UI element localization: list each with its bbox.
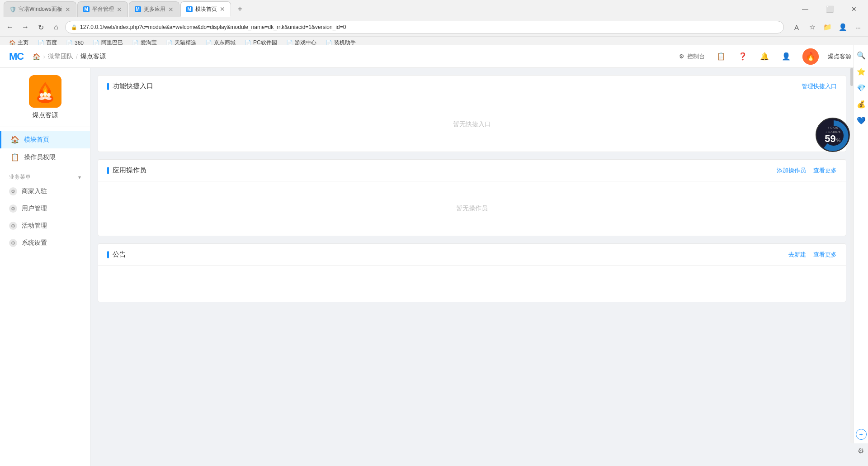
header-help-icon[interactable]: ❓ (736, 49, 750, 64)
scroll-thumb[interactable] (850, 68, 853, 86)
avatar[interactable]: 🔥 (802, 48, 819, 65)
network-percent-value: 59 (825, 134, 835, 144)
moreapps-favicon: M (135, 6, 141, 13)
sidebar-item-module-home-label: 模块首页 (24, 136, 49, 144)
breadcrumb-home-icon[interactable]: 🏠 (33, 53, 40, 60)
announcement-body (98, 266, 846, 302)
sidebar-item-system-label: 系统设置 (22, 239, 47, 247)
new-tab-button[interactable]: + (234, 3, 246, 15)
avatar-flame-icon: 🔥 (802, 48, 819, 65)
control-icon: ⚙ (679, 53, 684, 60)
window-controls: — ⬜ ✕ (795, 2, 864, 16)
operators-title: 应用操作员 (107, 166, 146, 175)
right-wallet-icon[interactable]: 💰 (855, 98, 868, 110)
tab-moreapps[interactable]: M 更多应用 ✕ (129, 1, 179, 17)
sidebar-submenu: ⚙ 商家入驻 ⚙ 用户管理 ⚙ 活动管理 ⚙ 系统设置 (0, 183, 90, 252)
network-widget: ↑ 0K/s ↓ 17.8K/s 59 % (816, 118, 852, 154)
more-icon[interactable]: ··· (852, 21, 864, 33)
favorites-icon[interactable]: ☆ (806, 21, 818, 33)
maximize-button[interactable]: ⬜ (819, 2, 840, 16)
announcement-more-link[interactable]: 查看更多 (813, 251, 837, 259)
sidebar-item-system-settings[interactable]: ⚙ 系统设置 (0, 234, 90, 252)
add-operator-link[interactable]: 添加操作员 (777, 166, 806, 175)
right-add-button[interactable]: + (856, 429, 867, 440)
network-percent-sign: % (836, 138, 841, 143)
forward-button[interactable]: → (19, 21, 32, 33)
toolbar-right-icons: A ☆ 📁 👤 ··· (790, 21, 864, 33)
announcement-actions: 去新建 查看更多 (788, 251, 837, 259)
tab-platform[interactable]: M 平台管理 ✕ (77, 1, 128, 17)
right-blue-icon[interactable]: 💙 (855, 114, 868, 127)
sidebar-logo-area: 爆点客源 (0, 68, 90, 127)
sidebar: 爆点客源 🏠 模块首页 📋 操作员权限 业务菜单 ▾ ⚙ 商家入 (0, 68, 90, 466)
sidebar-item-operator-permission[interactable]: 📋 操作员权限 (0, 148, 90, 166)
tab-moreapps-label: 更多应用 (144, 5, 165, 13)
control-panel-button[interactable]: ⚙ 控制台 (679, 52, 705, 61)
quick-access-section: 功能快捷入口 管理快捷入口 暂无快捷入口 (98, 75, 846, 152)
title-bar-accent-3 (107, 251, 109, 258)
create-announcement-link[interactable]: 去新建 (788, 251, 806, 259)
operators-more-link[interactable]: 查看更多 (813, 166, 837, 175)
sidebar-item-user-mgmt[interactable]: ⚙ 用户管理 (0, 200, 90, 217)
operators-actions: 添加操作员 查看更多 (777, 166, 837, 175)
header-user-icon[interactable]: 👤 (779, 49, 793, 64)
doc-icon: 📋 (10, 153, 19, 162)
app-container: MC 🏠 › 微擎团队 / 爆点客源 ⚙ 控制台 📋 ❓ 🔔 👤 (0, 45, 868, 466)
svg-point-8 (47, 93, 51, 97)
tab-baota[interactable]: 🛡️ 宝塔Windows面板 ✕ (4, 1, 76, 17)
tab-baota-close[interactable]: ✕ (65, 6, 71, 13)
control-label: 控制台 (687, 52, 705, 61)
home-button[interactable]: ⌂ (50, 21, 62, 33)
app-flame-svg (29, 75, 61, 108)
close-button[interactable]: ✕ (844, 2, 864, 16)
manage-quick-access-link[interactable]: 管理快捷入口 (802, 82, 837, 90)
browser-titlebar: 🛡️ 宝塔Windows面板 ✕ M 平台管理 ✕ M 更多应用 ✕ M 模块首… (0, 0, 868, 18)
svg-point-11 (46, 97, 52, 100)
header-docs-icon[interactable]: 📋 (714, 49, 728, 64)
gear-icon-4: ⚙ (9, 239, 17, 247)
right-diamond-icon[interactable]: 💎 (855, 81, 868, 94)
tab-platform-close[interactable]: ✕ (117, 6, 122, 13)
translate-icon[interactable]: A (790, 21, 803, 33)
sidebar-app-icon (29, 75, 61, 108)
baota-favicon: 🛡️ (9, 6, 16, 13)
reload-button[interactable]: ↻ (34, 21, 47, 33)
network-stats: ↑ 0K/s ↓ 17.8K/s 59 % (825, 126, 840, 144)
sidebar-menu-toggle[interactable]: ▾ (78, 174, 81, 181)
right-fixed-bar: 🔍 ⭐ 💎 💰 💙 + (854, 45, 868, 443)
right-search-icon[interactable]: 🔍 (855, 49, 868, 62)
operators-empty-text: 暂无操作员 (456, 204, 488, 213)
minimize-button[interactable]: — (795, 2, 816, 16)
account-icon[interactable]: 👤 (836, 21, 849, 33)
operators-body: 暂无操作员 (98, 181, 846, 236)
sidebar-item-module-home[interactable]: 🏠 模块首页 (0, 131, 90, 148)
tab-baota-label: 宝塔Windows面板 (19, 5, 62, 13)
header-notify-icon[interactable]: 🔔 (757, 49, 772, 64)
platform-favicon: M (83, 6, 90, 13)
collections-icon[interactable]: 📁 (821, 21, 834, 33)
right-star-icon[interactable]: ⭐ (855, 65, 868, 78)
announcement-title: 公告 (107, 250, 126, 259)
gear-icon-1: ⚙ (9, 187, 17, 195)
sidebar-menu-label: 业务菜单 (9, 173, 31, 181)
tab-moreapps-close[interactable]: ✕ (168, 6, 174, 13)
app-body: 爆点客源 🏠 模块首页 📋 操作员权限 业务菜单 ▾ ⚙ 商家入 (0, 68, 868, 466)
tab-module-home[interactable]: M 模块首页 ✕ (180, 1, 231, 17)
tab-module-close[interactable]: ✕ (220, 5, 225, 13)
back-button[interactable]: ← (4, 21, 16, 33)
title-bar-accent-2 (107, 167, 109, 174)
address-bar[interactable]: 🔒 127.0.0.1/web/index.php?c=module&a=wel… (65, 21, 784, 33)
title-bar-accent (107, 83, 109, 90)
sidebar-app-name: 爆点客源 (33, 111, 58, 119)
sidebar-item-merchant[interactable]: ⚙ 商家入驻 (0, 183, 90, 200)
quick-access-body: 暂无快捷入口 (98, 97, 846, 152)
svg-point-6 (40, 93, 43, 97)
app-header: MC 🏠 › 微擎团队 / 爆点客源 ⚙ 控制台 📋 ❓ 🔔 👤 (0, 45, 868, 68)
breadcrumb-sep2: / (76, 53, 78, 60)
gear-icon-3: ⚙ (9, 222, 17, 230)
bottom-settings-icon-2[interactable]: ⚙ (854, 444, 867, 457)
browser-toolbar: ← → ↻ ⌂ 🔒 127.0.0.1/web/index.php?c=modu… (0, 18, 868, 36)
header-icons: 📋 ❓ 🔔 👤 (714, 49, 793, 64)
sidebar-item-activity[interactable]: ⚙ 活动管理 (0, 217, 90, 234)
operators-section: 应用操作员 添加操作员 查看更多 暂无操作员 (98, 159, 846, 236)
